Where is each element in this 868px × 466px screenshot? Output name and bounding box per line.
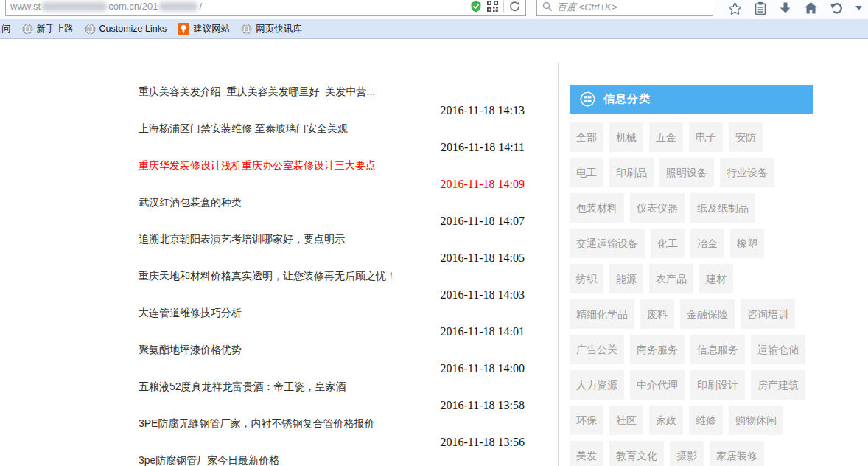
article-date: 2016-11-18 14:11 (139, 138, 525, 156)
category-button[interactable]: 交通运输设备 (570, 229, 645, 258)
bookmark-item[interactable]: Customize Links (85, 24, 167, 35)
page-content: 重庆美容美发介绍_重庆美容美发哪里好_美发中营...2016-11-18 14:… (0, 40, 868, 466)
bookmarks-list-icon[interactable] (754, 1, 767, 15)
category-button[interactable]: 安防 (729, 122, 763, 152)
address-bar[interactable]: www.st com.cn/201 / (5, 0, 526, 16)
article-title-link[interactable]: 重庆天地和材料价格真实透明，让您装修再无后顾之忧！ (139, 267, 525, 285)
globe-icon (85, 24, 96, 35)
address-bar-actions (470, 0, 525, 15)
navigation-toolbar: www.st com.cn/201 / (0, 0, 868, 19)
article-title-link[interactable]: 追溯北京朝阳表演艺考培训哪家好，要点明示 (139, 230, 525, 248)
article-list: 重庆美容美发介绍_重庆美容美发哪里好_美发中营...2016-11-18 14:… (139, 83, 525, 466)
category-grid-icon (579, 91, 596, 108)
category-button[interactable]: 美发 (570, 441, 603, 466)
article-item: 重庆天地和材料价格真实透明，让您装修再无后顾之忧！2016-11-18 14:0… (139, 267, 525, 304)
category-button[interactable]: 仪表仪器 (630, 193, 685, 223)
article-date: 2016-11-18 14:00 (139, 359, 525, 378)
category-button[interactable]: 金融保险 (680, 299, 735, 329)
category-row: 纺织能源农产品建材 (570, 264, 813, 293)
category-button[interactable]: 商务服务 (630, 335, 685, 364)
category-button[interactable]: 化工 (651, 229, 685, 258)
security-shield-icon[interactable] (470, 1, 482, 13)
article-item: 武汉红酒包装盒的种类2016-11-18 14:07 (139, 193, 525, 230)
category-button[interactable]: 纸及纸制品 (690, 193, 755, 223)
article-date: 2016-11-18 14:09 (139, 175, 525, 193)
category-button[interactable]: 咨询培训 (741, 299, 795, 329)
category-button[interactable]: 废料 (640, 299, 674, 329)
bookmark-item[interactable]: 建议网站 (178, 23, 230, 35)
category-button[interactable]: 机械 (609, 122, 643, 152)
category-button[interactable]: 中介代理 (630, 370, 685, 400)
category-button[interactable]: 全部 (570, 122, 603, 152)
category-button[interactable]: 五金 (649, 122, 683, 152)
category-button[interactable]: 人力资源 (570, 370, 624, 400)
article-date: 2016-11-18 14:13 (139, 101, 525, 119)
article-item: 追溯北京朝阳表演艺考培训哪家好，要点明示2016-11-18 14:05 (139, 230, 525, 267)
category-button[interactable]: 电子 (689, 122, 723, 152)
search-bar[interactable]: 百度 <Ctrl+K> (536, 0, 713, 16)
category-button[interactable]: 维修 (689, 406, 723, 435)
category-button[interactable]: 建材 (699, 264, 733, 293)
category-button[interactable]: 照明设备 (659, 158, 714, 187)
toolbar-overflow-chevron-icon[interactable] (855, 6, 862, 10)
category-button[interactable]: 能源 (609, 264, 643, 293)
category-grid: 全部机械五金电子安防电工印刷品照明设备行业设备包装材料仪表仪器纸及纸制品交通运输… (570, 122, 813, 466)
url-fragment: / (199, 1, 202, 12)
article-title-link[interactable]: 3pe防腐钢管厂家今日最新价格 (139, 451, 525, 466)
bookmark-item[interactable]: 网页快讯库 (241, 23, 302, 35)
category-button[interactable]: 橡塑 (730, 229, 764, 258)
category-button[interactable]: 行业设备 (720, 158, 774, 187)
category-button[interactable]: 购物休闲 (729, 406, 783, 435)
category-button[interactable]: 冶金 (690, 229, 724, 258)
category-button[interactable]: 家政 (649, 406, 683, 435)
article-title-link[interactable]: 重庆华发装修设计浅析重庆办公室装修设计三大要点 (139, 156, 525, 175)
category-button[interactable]: 运输仓储 (751, 335, 805, 364)
category-button[interactable]: 纺织 (570, 264, 603, 293)
category-button[interactable]: 摄影 (670, 441, 704, 466)
bookmark-item[interactable]: 新手上路 (22, 23, 74, 35)
bookmark-item[interactable]: 问 (1, 23, 11, 35)
qr-code-icon[interactable] (487, 1, 498, 12)
article-item: 五粮液52度真龙祥龙富贵酒：帝王瓷，皇家酒2016-11-18 13:58 (139, 378, 525, 414)
undo-icon[interactable] (830, 1, 844, 15)
article-item: 上海杨浦区门禁安装维修 至泰玻璃门安全美观2016-11-18 14:11 (139, 119, 525, 156)
downloads-icon[interactable] (779, 1, 792, 15)
article-title-link[interactable]: 重庆美容美发介绍_重庆美容美发哪里好_美发中营... (139, 83, 525, 101)
category-button[interactable]: 包装材料 (570, 193, 624, 223)
article-title-link[interactable]: 上海杨浦区门禁安装维修 至泰玻璃门安全美观 (139, 119, 525, 138)
category-button[interactable]: 信息服务 (690, 335, 745, 364)
home-icon[interactable] (804, 1, 818, 15)
category-row: 全部机械五金电子安防 (570, 122, 813, 152)
bookmark-label: Customize Links (99, 24, 167, 34)
category-button[interactable]: 社区 (609, 406, 643, 435)
globe-icon (241, 24, 252, 35)
article-date: 2016-11-18 13:58 (139, 396, 525, 414)
column-divider (558, 63, 559, 466)
address-bar-divider (503, 1, 504, 13)
category-button[interactable]: 印刷设计 (690, 370, 745, 400)
reload-icon[interactable] (509, 1, 520, 12)
article-item: 重庆美容美发介绍_重庆美容美发哪里好_美发中营...2016-11-18 14:… (139, 83, 525, 119)
category-button[interactable]: 精细化学品 (570, 299, 634, 329)
category-button[interactable]: 印刷品 (609, 158, 654, 187)
article-title-link[interactable]: 五粮液52度真龙祥龙富贵酒：帝王瓷，皇家酒 (139, 378, 525, 396)
article-title-link[interactable]: 3PE防腐无缝钢管厂家，内衬不锈钢复合管价格报价 (139, 414, 525, 433)
article-item: 3pe防腐钢管厂家今日最新价格 (139, 451, 525, 466)
category-button[interactable]: 广告公关 (570, 335, 624, 364)
category-button[interactable]: 房产建筑 (751, 370, 805, 400)
article-title-link[interactable]: 聚氨酯地坪漆价格优势 (139, 341, 525, 359)
category-button[interactable]: 家居装修 (710, 441, 764, 466)
search-icon (542, 1, 553, 12)
category-button[interactable]: 电工 (570, 158, 603, 187)
article-title-link[interactable]: 武汉红酒包装盒的种类 (139, 193, 525, 212)
category-button[interactable]: 教育文化 (609, 441, 664, 466)
bookmark-label: 网页快讯库 (256, 23, 302, 35)
bookmark-star-icon[interactable] (728, 1, 742, 15)
article-item: 重庆华发装修设计浅析重庆办公室装修设计三大要点2016-11-18 14:09 (139, 156, 525, 193)
category-button[interactable]: 环保 (570, 406, 603, 435)
url-text: www.st com.cn/201 / (10, 1, 202, 12)
article-title-link[interactable]: 大连管道维修技巧分析 (139, 304, 525, 322)
category-button[interactable]: 农产品 (649, 264, 693, 293)
bookmark-label: 建议网站 (193, 23, 230, 35)
article-date: 2016-11-18 14:03 (139, 285, 525, 304)
